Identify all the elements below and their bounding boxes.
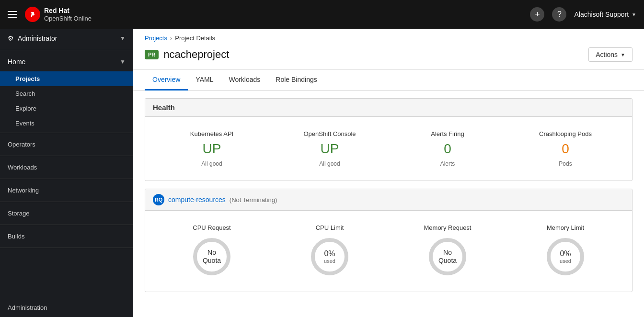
health-crashloop-label: Crashlooping Pods xyxy=(539,130,592,137)
breadcrumb-separator: › xyxy=(170,34,172,42)
health-k8s-api-value: UP xyxy=(203,141,221,157)
memory-limit-label: Memory Limit xyxy=(547,224,584,231)
cpu-request-donut: No Quota xyxy=(190,235,233,278)
health-crashloop-value: 0 xyxy=(562,141,569,157)
sidebar-item-storage[interactable]: Storage xyxy=(0,204,133,223)
content-area: Health Kubernetes API UP All good OpenSh… xyxy=(133,91,644,317)
title-area: PR ncacheproject xyxy=(145,48,229,61)
breadcrumb: Projects › Project Details xyxy=(133,29,644,42)
logo-text: Red Hat OpenShift Online xyxy=(44,7,92,22)
tabs-bar: Overview YAML Workloads Role Bindings xyxy=(133,70,644,91)
cpu-limit-donut: 0% used xyxy=(308,235,351,278)
health-console-label: OpenShift Console xyxy=(303,130,356,137)
compute-resources-name[interactable]: compute-resources xyxy=(168,196,226,204)
tab-overview[interactable]: Overview xyxy=(145,70,188,91)
gear-icon: ⚙ xyxy=(8,34,14,42)
health-console-sublabel: All good xyxy=(319,160,340,167)
add-button[interactable]: + xyxy=(530,7,544,22)
page-title: ncacheproject xyxy=(163,48,229,61)
sidebar-item-events[interactable]: Events xyxy=(0,116,133,131)
sidebar-item-administration[interactable]: Administration xyxy=(0,298,133,317)
context-switcher[interactable]: ⚙ Administrator ▼ xyxy=(0,29,133,48)
project-badge: PR xyxy=(145,50,159,59)
actions-button[interactable]: Actions ▼ xyxy=(588,47,632,62)
health-alerts-value: 0 xyxy=(444,141,451,157)
health-header: Health xyxy=(145,99,632,117)
hamburger-menu[interactable] xyxy=(8,11,17,18)
cpu-limit-label: CPU Limit xyxy=(316,224,344,231)
cpu-request-label: CPU Request xyxy=(193,224,230,231)
compute-resources-header: RQ compute-resources (Not Terminating) xyxy=(145,189,632,211)
sidebar-item-explore[interactable]: Explore xyxy=(0,101,133,116)
breadcrumb-current: Project Details xyxy=(175,34,215,42)
tab-yaml[interactable]: YAML xyxy=(188,70,221,91)
memory-limit-donut: 0% used xyxy=(544,235,587,278)
health-item-crashloop: Crashlooping Pods 0 Pods xyxy=(506,125,624,173)
health-k8s-api-label: Kubernetes API xyxy=(190,130,233,137)
health-grid: Kubernetes API UP All good OpenShift Con… xyxy=(145,117,632,181)
memory-request-label: Memory Request xyxy=(424,224,472,231)
sidebar-section-home[interactable]: Home ▼ xyxy=(0,52,133,71)
actions-chevron-icon: ▼ xyxy=(621,52,625,57)
health-item-alerts: Alerts Firing 0 Alerts xyxy=(389,125,506,173)
sidebar-item-search[interactable]: Search xyxy=(0,86,133,101)
resource-memory-request: Memory Request No Quota xyxy=(389,218,506,284)
resource-memory-limit: Memory Limit 0% used xyxy=(506,218,624,284)
health-section: Health Kubernetes API UP All good OpenSh… xyxy=(145,98,632,181)
sidebar-item-networking[interactable]: Networking xyxy=(0,181,133,200)
resource-cpu-request: CPU Request No Quota xyxy=(153,218,271,284)
logo: Red Hat OpenShift Online xyxy=(25,7,92,22)
cpu-limit-value: 0% used xyxy=(324,249,335,264)
tab-workloads[interactable]: Workloads xyxy=(221,70,268,91)
memory-request-donut: No Quota xyxy=(426,235,469,278)
health-crashloop-sublabel: Pods xyxy=(559,160,572,167)
top-navigation: Red Hat OpenShift Online + ? Alachisoft … xyxy=(0,0,644,29)
health-console-value: UP xyxy=(321,141,339,157)
context-chevron-icon: ▼ xyxy=(120,35,126,42)
redhat-logo xyxy=(25,7,40,22)
resources-grid: CPU Request No Quota CPU Limit xyxy=(145,211,632,292)
health-k8s-api-sublabel: All good xyxy=(201,160,222,167)
user-menu[interactable]: Alachisoft Support ▼ xyxy=(574,11,636,18)
home-chevron-icon: ▼ xyxy=(120,58,126,65)
main-content: Projects › Project Details PR ncacheproj… xyxy=(133,29,644,317)
nav-icons: + ? Alachisoft Support ▼ xyxy=(530,7,636,22)
health-item-k8s-api: Kubernetes API UP All good xyxy=(153,125,271,173)
sidebar-item-workloads[interactable]: Workloads xyxy=(0,158,133,177)
health-alerts-sublabel: Alerts xyxy=(440,160,455,167)
health-item-console: OpenShift Console UP All good xyxy=(271,125,389,173)
help-button[interactable]: ? xyxy=(552,7,566,22)
sidebar: ⚙ Administrator ▼ Home ▼ Projects Search… xyxy=(0,29,133,317)
compute-resources-status: (Not Terminating) xyxy=(230,196,277,204)
sidebar-item-projects[interactable]: Projects xyxy=(0,71,133,86)
sidebar-item-builds[interactable]: Builds xyxy=(0,227,133,246)
resource-cpu-limit: CPU Limit 0% used xyxy=(271,218,389,284)
page-header: PR ncacheproject Actions ▼ xyxy=(133,42,644,70)
breadcrumb-projects[interactable]: Projects xyxy=(145,34,167,42)
sidebar-item-operators[interactable]: Operators xyxy=(0,135,133,154)
cpu-request-value: No Quota xyxy=(201,249,223,265)
user-menu-chevron-icon: ▼ xyxy=(632,12,636,17)
compute-resources-section: RQ compute-resources (Not Terminating) C… xyxy=(145,189,632,292)
health-alerts-label: Alerts Firing xyxy=(431,130,464,137)
tab-role-bindings[interactable]: Role Bindings xyxy=(268,70,324,91)
rq-badge: RQ xyxy=(153,194,164,205)
memory-request-value: No Quota xyxy=(437,249,459,265)
memory-limit-value: 0% used xyxy=(560,249,571,264)
